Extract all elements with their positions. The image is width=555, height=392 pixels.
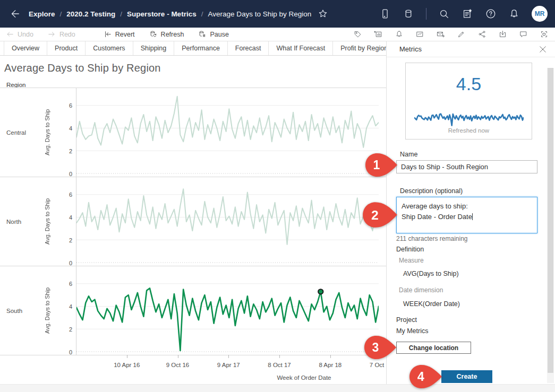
data-source-icon[interactable] [403, 8, 414, 20]
breadcrumb-separator: / [201, 10, 203, 18]
description-line-2: Ship Date - Order Date [402, 213, 472, 221]
breadcrumb-item[interactable]: 2020.2 Testing [66, 10, 115, 18]
project-label: Project [396, 316, 417, 324]
description-line-1: Average days to ship: [402, 202, 468, 210]
tab-shipping[interactable]: Shipping [133, 41, 175, 55]
y-tick-label: 6 [69, 191, 72, 198]
download-icon[interactable] [498, 30, 507, 39]
chart-rows: CentralAvg. Days to Ship6420NorthAvg. Da… [0, 88, 386, 355]
y-tick-label: 2 [69, 326, 72, 333]
row-header-south[interactable]: South [0, 266, 40, 355]
refresh-button-label: Refresh [161, 31, 184, 38]
y-tick-label: 4 [69, 214, 72, 221]
y-axis-ticks: 6420 [55, 177, 76, 266]
annotation-marker-1: 1 [364, 152, 398, 178]
tab-product[interactable]: Product [47, 41, 86, 55]
row-header-north[interactable]: North [0, 177, 40, 266]
topbar-divider [426, 8, 426, 20]
highlighted-mark [318, 289, 323, 294]
notifications-icon[interactable] [508, 8, 520, 20]
x-tick-mark [330, 355, 331, 358]
breadcrumb-item[interactable]: Explore [29, 10, 55, 18]
change-location-button[interactable]: Change location [396, 342, 471, 354]
subscribe-icon[interactable] [436, 30, 445, 39]
top-navigation-bar: Explore/2020.2 Testing/Superstore - Metr… [0, 0, 555, 28]
svg-text:4: 4 [417, 370, 424, 384]
y-axis-ticks: 6420 [55, 88, 76, 177]
alerts-icon[interactable] [395, 30, 404, 39]
refresh-button[interactable]: Refresh [149, 30, 184, 39]
metric-sparkline [414, 108, 524, 127]
star-icon[interactable] [318, 8, 328, 19]
bottom-strip [0, 384, 555, 392]
metric-value: 4.5 [406, 74, 532, 94]
tableau-server-page: Explore/2020.2 Testing/Superstore - Metr… [0, 0, 555, 392]
x-tick-label: 8 Apr 18 [319, 362, 341, 368]
tab-overview[interactable]: Overview [4, 41, 47, 55]
toolbar-left-group: UndoRedoRevertRefreshPause [5, 30, 243, 39]
name-input[interactable] [396, 160, 537, 173]
chart-plot-north[interactable] [76, 177, 379, 266]
share-icon[interactable] [477, 30, 486, 39]
description-field-label: Description (optional) [400, 187, 463, 195]
y-tick-label: 0 [69, 171, 72, 177]
undo-button: Undo [5, 30, 33, 39]
svg-text:1: 1 [373, 158, 380, 172]
tab-performance[interactable]: Performance [174, 41, 228, 55]
x-tick-mark [279, 355, 280, 358]
user-avatar[interactable]: MR [532, 6, 548, 22]
pause-button-label: Pause [210, 31, 228, 38]
breadcrumb-item[interactable]: Superstore - Metrics [127, 10, 197, 18]
y-axis-label: Avg. Days to Ship [40, 88, 55, 177]
tab-what-if-forecast[interactable]: What If Forecast [269, 41, 333, 55]
measure-value: AVG(Days to Ship) [403, 270, 459, 277]
annotation-marker-2: 2 [362, 201, 398, 229]
date-dimension-label: Date dimension [399, 286, 443, 294]
search-icon[interactable] [438, 8, 450, 20]
favorites-icon[interactable] [462, 8, 473, 20]
redo-button-label: Redo [59, 31, 75, 38]
tab-customers[interactable]: Customers [86, 41, 133, 55]
back-arrow-icon[interactable] [8, 8, 20, 20]
close-icon[interactable] [539, 46, 547, 53]
y-tick-label: 0 [69, 260, 72, 266]
pause-button[interactable]: Pause [198, 30, 228, 39]
revert-button[interactable]: Revert [103, 30, 135, 39]
mobile-preview-icon[interactable] [379, 8, 391, 20]
y-tick-label: 6 [69, 281, 72, 287]
toolbar-right-group [353, 30, 549, 39]
svg-text:3: 3 [372, 341, 379, 354]
panel-scrollbar-thumb[interactable] [548, 68, 553, 373]
chart-row-north: NorthAvg. Days to Ship6420 [0, 177, 386, 266]
revert-button-label: Revert [115, 31, 135, 38]
tag-icon[interactable] [353, 30, 362, 39]
x-tick-mark [127, 355, 127, 358]
name-field-label: Name [400, 151, 417, 158]
topbar-actions: MR [379, 6, 548, 22]
tab-forecast[interactable]: Forecast [228, 41, 269, 55]
y-tick-label: 2 [69, 148, 72, 154]
metrics-icon[interactable] [415, 30, 424, 39]
x-tick-label: 10 Apr 16 [114, 362, 140, 368]
annotation-marker-3: 3 [363, 334, 397, 361]
comments-icon[interactable] [519, 30, 528, 39]
panel-scrollbar-track[interactable] [547, 68, 554, 383]
characters-remaining: 211 characters remaining [396, 235, 468, 242]
y-tick-label: 2 [69, 237, 72, 243]
x-tick-label: 9 Oct 16 [166, 362, 189, 368]
x-tick-label: 8 Oct 17 [268, 362, 291, 368]
annotation-marker-4: 4 [408, 363, 443, 390]
metrics-panel-title: Metrics [399, 45, 422, 53]
create-button[interactable]: Create [441, 370, 492, 383]
svg-text:2: 2 [371, 208, 379, 222]
description-textarea[interactable]: Average days to ship:Ship Date - Order D… [396, 197, 537, 233]
row-header-central[interactable]: Central [0, 88, 40, 177]
chart-plot-central[interactable] [76, 88, 379, 177]
metric-refreshed-status: Refreshed now [406, 127, 532, 134]
help-icon[interactable] [485, 8, 497, 20]
fullscreen-icon[interactable] [540, 30, 549, 39]
view-favorite-icon[interactable] [374, 30, 383, 39]
measure-label: Measure [399, 257, 424, 264]
edit-icon[interactable] [457, 30, 466, 39]
chart-plot-south[interactable] [76, 266, 379, 355]
